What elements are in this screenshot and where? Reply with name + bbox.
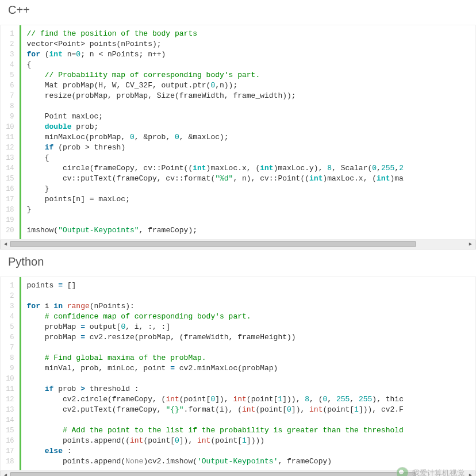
scroll-left-icon[interactable]: ◀	[1, 471, 10, 476]
cpp-hscroll[interactable]: ◀ ▶	[0, 240, 476, 249]
watermark: 我爱计算机视觉	[396, 467, 465, 476]
scroll-right-icon[interactable]: ▶	[466, 240, 475, 248]
cpp-section: C++ 1234567891011121314151617181920 // f…	[0, 3, 476, 249]
scroll-left-icon[interactable]: ◀	[1, 240, 10, 248]
python-code-block: 123456789101112131415161718 points = []f…	[0, 277, 476, 471]
cpp-title: C++	[8, 3, 476, 17]
watermark-text: 我爱计算机视觉	[412, 468, 465, 476]
scroll-right-icon[interactable]: ▶	[466, 471, 475, 476]
cpp-scroll-thumb[interactable]	[10, 241, 416, 247]
python-gutter: 123456789101112131415161718	[1, 277, 20, 470]
cpp-code-block: 1234567891011121314151617181920 // find …	[0, 25, 476, 240]
cpp-code[interactable]: // find the position of the body partsve…	[20, 25, 475, 239]
cpp-gutter: 1234567891011121314151617181920	[1, 25, 20, 239]
cpp-scroll-track[interactable]	[10, 240, 466, 248]
watermark-logo-icon	[396, 467, 409, 476]
python-title: Python	[8, 255, 476, 268]
python-scroll-thumb[interactable]	[10, 472, 416, 476]
python-code[interactable]: points = []for i in range(nPoints): # co…	[20, 277, 475, 470]
python-section: Python 123456789101112131415161718 point…	[0, 255, 476, 476]
